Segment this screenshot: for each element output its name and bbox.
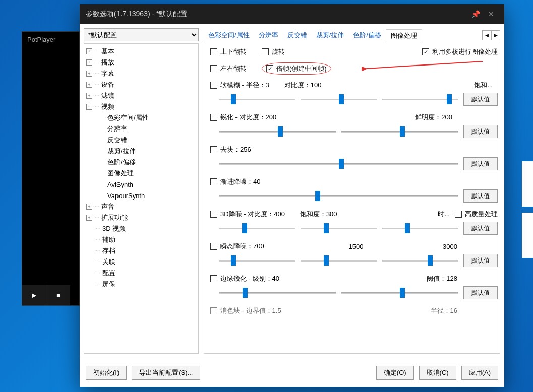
tree-item-3d[interactable]: 3D 视频 <box>102 224 126 233</box>
tree-item-subtitle[interactable]: 字幕 <box>101 69 114 78</box>
settings-tree[interactable]: +⋯基本 +⋯播放 +⋯字幕 +⋯设备 +⋯滤镜 −⋯视频 色彩空间/属性 分辨… <box>84 43 199 354</box>
tree-item-crop[interactable]: 裁剪/拉伸 <box>107 147 136 156</box>
tab-bar: 色彩空间/属性 分辨率 反交错 裁剪/拉伸 色阶/偏移 图像处理 ◀ ▶ <box>204 28 500 42</box>
multicore-checkbox[interactable]: 利用多核进行图像处理 <box>422 47 498 56</box>
tab-resolution[interactable]: 分辨率 <box>254 29 283 42</box>
flip-horizontal-checkbox[interactable]: 左右翻转 <box>210 64 247 73</box>
tab-colorspace[interactable]: 色彩空间/属性 <box>204 29 254 42</box>
dialog-title: 参数选项(1.7.13963) - *默认配置 <box>86 10 188 19</box>
tab-imageproc[interactable]: 图像处理 <box>386 29 422 42</box>
softblur-contrast-slider[interactable] <box>301 95 377 104</box>
tree-item-filter[interactable]: 滤镜 <box>101 91 114 100</box>
stop-button[interactable]: ■ <box>46 285 71 305</box>
tree-item-assist[interactable]: 辅助 <box>102 235 115 244</box>
edge-level-slider[interactable] <box>219 288 336 297</box>
nr3d-checkbox[interactable]: 3D降噪 - 对比度：400 <box>210 210 285 219</box>
deblock-checkbox[interactable]: 去块：256 <box>210 145 251 154</box>
tree-item-basic[interactable]: 基本 <box>101 47 114 56</box>
nr3d-saturation-slider[interactable] <box>301 224 377 233</box>
nr3d-hq-checkbox[interactable]: 高质量处理 <box>455 210 498 219</box>
softblur-default-button[interactable]: 默认值 <box>463 93 498 106</box>
temporalnr-slider3[interactable] <box>382 256 458 265</box>
tree-item-colorspace[interactable]: 色彩空间/属性 <box>107 113 149 122</box>
tab-crop[interactable]: 裁剪/拉伸 <box>312 29 349 42</box>
gradualnr-slider[interactable] <box>219 191 458 201</box>
nr3d-contrast-slider[interactable] <box>219 224 295 233</box>
tree-item-video[interactable]: 视频 <box>101 102 114 111</box>
dialog-footer: 初始化(I) 导出当前配置(S)... 确定(O) 取消(C) 应用(A) <box>80 358 504 387</box>
softblur-checkbox[interactable]: 软模糊 - 半径：3 <box>210 81 269 90</box>
tab-scroll-left[interactable]: ◀ <box>482 30 491 40</box>
potplayer-window: PotPlayer ▶ ■ <box>22 31 80 306</box>
softblur-saturation-slider[interactable] <box>382 95 458 104</box>
tab-scroll-right[interactable]: ▶ <box>491 30 500 40</box>
decolorblock-checkbox[interactable]: 消色块 - 边界值：1.5 <box>210 306 281 315</box>
nr3d-default-button[interactable]: 默认值 <box>463 222 498 235</box>
gradualnr-default-button[interactable]: 默认值 <box>463 189 498 203</box>
tree-item-config[interactable]: 配置 <box>102 269 115 278</box>
tree-item-assoc[interactable]: 关联 <box>102 257 115 267</box>
preferences-dialog: 参数选项(1.7.13963) - *默认配置 📌 ✕ *默认配置 +⋯基本 +… <box>80 4 504 387</box>
doubleframe-checkbox[interactable]: 倍帧(创建中间帧) <box>266 64 327 73</box>
temporalnr-slider2[interactable] <box>301 256 377 265</box>
softblur-radius-slider[interactable] <box>219 95 295 104</box>
profile-select[interactable]: *默认配置 <box>84 28 199 41</box>
apply-button[interactable]: 应用(A) <box>461 366 498 380</box>
tree-item-audio[interactable]: 声音 <box>101 202 114 211</box>
expand-icon[interactable]: + <box>86 59 92 66</box>
collapse-icon[interactable]: − <box>86 104 92 110</box>
ok-button[interactable]: 确定(O) <box>376 366 414 380</box>
deblock-default-button[interactable]: 默认值 <box>463 157 498 170</box>
temporalnr-slider1[interactable] <box>219 256 295 265</box>
nr3d-saturation-label: 饱和度：300 <box>300 210 337 219</box>
deblock-slider[interactable] <box>219 159 458 168</box>
edgesharpen-checkbox[interactable]: 边缘锐化 - 级别：40 <box>210 274 279 283</box>
tab-deinterlace[interactable]: 反交错 <box>283 29 312 42</box>
expand-icon[interactable]: + <box>86 82 92 88</box>
dialog-titlebar[interactable]: 参数选项(1.7.13963) - *默认配置 📌 ✕ <box>80 4 504 24</box>
svg-line-0 <box>367 61 483 69</box>
sharpen-contrast-slider[interactable] <box>219 127 336 136</box>
cancel-button[interactable]: 取消(C) <box>419 366 456 380</box>
edge-default-button[interactable]: 默认值 <box>463 286 498 299</box>
expand-icon[interactable]: + <box>86 71 92 77</box>
temporalnr-default-button[interactable]: 默认值 <box>463 254 498 267</box>
sharpen-default-button[interactable]: 默认值 <box>463 125 498 138</box>
tree-item-deinterlace[interactable]: 反交错 <box>107 136 127 145</box>
temporalnr-checkbox[interactable]: 瞬态降噪：700 <box>210 242 264 251</box>
expand-icon[interactable]: + <box>86 215 92 221</box>
tree-item-resolution[interactable]: 分辨率 <box>107 124 127 134</box>
flip-vertical-checkbox[interactable]: 上下翻转 <box>210 47 247 56</box>
sharpen-clarity-label: 鲜明度：200 <box>415 113 452 122</box>
play-button[interactable]: ▶ <box>22 285 46 305</box>
expand-icon[interactable]: + <box>86 48 92 54</box>
imageproc-panel: 上下翻转 旋转 利用多核进行图像处理 左右翻转 倍帧(创建中间帧) <box>204 42 500 354</box>
gradualnr-checkbox[interactable]: 渐进降噪：40 <box>210 177 260 186</box>
tree-item-avisynth[interactable]: AviSynth <box>107 181 133 188</box>
close-icon[interactable]: ✕ <box>484 10 498 18</box>
export-config-button[interactable]: 导出当前配置(S)... <box>132 366 200 380</box>
doubleframe-highlight: 倍帧(创建中间帧) <box>262 62 331 75</box>
potplayer-title: PotPlayer <box>22 32 79 47</box>
tree-item-imageproc[interactable]: 图像处理 <box>107 169 134 178</box>
sharpen-clarity-slider[interactable] <box>341 127 458 136</box>
edge-threshold-slider[interactable] <box>341 288 458 297</box>
initialize-button[interactable]: 初始化(I) <box>86 366 127 380</box>
tree-item-device[interactable]: 设备 <box>101 80 114 89</box>
rotate-checkbox[interactable]: 旋转 <box>262 47 285 56</box>
decolorblock-radius-label: 半径：16 <box>431 306 457 315</box>
expand-icon[interactable]: + <box>86 204 92 210</box>
tab-levels[interactable]: 色阶/偏移 <box>348 29 386 42</box>
expand-icon[interactable]: + <box>86 93 92 99</box>
temporalnr-v2-label: 1500 <box>348 243 363 250</box>
pin-icon[interactable]: 📌 <box>467 10 484 18</box>
tree-item-archive[interactable]: 存档 <box>102 246 115 255</box>
nr3d-time-slider[interactable] <box>382 224 458 233</box>
tree-item-vapoursynth[interactable]: VapourSynth <box>107 192 145 200</box>
tree-item-playback[interactable]: 播放 <box>101 58 114 67</box>
nr3d-time-label: 时... <box>438 210 450 219</box>
sharpen-checkbox[interactable]: 锐化 - 对比度：200 <box>210 113 276 122</box>
tree-item-extended[interactable]: 扩展功能 <box>101 213 128 222</box>
tree-item-levels[interactable]: 色阶/偏移 <box>107 158 136 167</box>
tree-item-screensaver[interactable]: 屏保 <box>102 280 115 289</box>
